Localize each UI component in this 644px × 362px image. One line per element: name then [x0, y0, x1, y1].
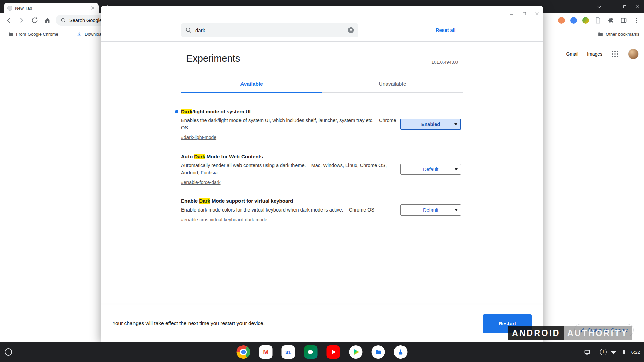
watermark-part1: ANDROID	[508, 326, 564, 340]
browser-tab-new-tab[interactable]: New Tab	[4, 3, 99, 13]
wifi-icon	[610, 349, 617, 355]
toolbar-extensions-area	[558, 17, 640, 24]
tab-available[interactable]: Available	[181, 76, 322, 92]
shelf-app-chrome-icon[interactable]	[237, 345, 250, 359]
tab-close-icon[interactable]	[90, 5, 95, 11]
shelf-app-experiments-flask-icon[interactable]	[394, 345, 408, 359]
browser-menu-kebab-icon[interactable]	[633, 17, 640, 24]
home-icon[interactable]	[44, 17, 51, 24]
shelf-app-play-store-icon[interactable]	[349, 345, 363, 359]
bookmark-label: From Google Chrome	[16, 32, 58, 37]
screen-capture-icon[interactable]	[584, 349, 590, 355]
gmail-link[interactable]: Gmail	[566, 51, 579, 57]
other-bookmarks[interactable]: Other bookmarks	[598, 30, 639, 38]
images-link[interactable]: Images	[587, 51, 602, 57]
folder-icon	[8, 31, 14, 37]
shelf-app-files-icon[interactable]	[372, 345, 385, 359]
clock: 6:22	[631, 350, 640, 355]
flag-title: Auto Dark Mode for Web Contents	[181, 154, 399, 159]
shelf: M 31 1 6:22	[0, 342, 644, 362]
flags-window: Reset all Experiments 101.0.4943.0 Avail…	[101, 6, 543, 342]
watermark: ANDROID AUTHORITY	[508, 326, 632, 340]
search-highlight: Dark	[181, 109, 192, 114]
flags-window-controls	[507, 9, 541, 18]
extension-doc-icon[interactable]	[594, 17, 602, 24]
flag-permalink[interactable]: #enable-cros-virtual-keyboard-dark-mode	[181, 217, 267, 222]
flag-modified-dot	[175, 110, 178, 113]
close-button[interactable]	[533, 9, 541, 18]
minimize-button[interactable]	[507, 9, 516, 18]
restart-notice: Your changes will take effect the next t…	[112, 320, 265, 326]
search-icon	[185, 27, 192, 34]
search-highlight: Dark	[194, 154, 205, 159]
tab-favicon-icon	[7, 6, 12, 11]
browser-close-button[interactable]	[633, 3, 641, 11]
extension-icon[interactable]	[558, 17, 565, 24]
restart-bar-divider	[101, 305, 543, 305]
screen: New Tab	[0, 0, 644, 362]
chevron-down-icon	[454, 123, 457, 125]
extension-icon[interactable]	[582, 17, 589, 24]
flag-value-select-dark-light-mode[interactable]: Enabled	[400, 119, 461, 130]
flag-value-select-force-dark[interactable]: Default	[400, 164, 461, 175]
flag-row-dark-light-mode: Dark/light mode of system UI Enables the…	[181, 109, 399, 140]
back-icon[interactable]	[5, 17, 13, 24]
chevron-down-icon	[455, 168, 458, 170]
shelf-apps: M 31	[237, 345, 408, 359]
shelf-app-calendar-icon[interactable]: 31	[282, 345, 295, 359]
flags-search-input[interactable]	[195, 27, 344, 33]
ntp-header-links: Gmail Images	[566, 49, 639, 59]
side-panel-icon[interactable]	[620, 17, 627, 24]
download-icon	[76, 31, 82, 37]
flag-description: Enables the dark/light mode of system UI…	[181, 117, 399, 131]
reset-all-button[interactable]: Reset all	[431, 25, 461, 35]
flag-description: Automatically render all web contents us…	[181, 162, 399, 176]
battery-icon	[621, 349, 627, 355]
flags-tabs: Available Unavailable	[181, 76, 463, 93]
window-controls-browser	[595, 3, 641, 11]
notification-count-badge[interactable]: 1	[600, 349, 607, 355]
search-icon	[60, 17, 66, 23]
page-title: Experiments	[186, 53, 240, 64]
header-divider	[101, 41, 543, 42]
tab-title: New Tab	[15, 6, 87, 11]
reload-icon[interactable]	[31, 17, 38, 24]
search-highlight: Dark	[199, 198, 210, 204]
browser-minimize-button[interactable]	[608, 3, 616, 11]
bookmark-folder-from-chrome[interactable]: From Google Chrome	[8, 30, 58, 38]
extension-icon[interactable]	[570, 17, 577, 24]
watermark-part2: AUTHORITY	[564, 326, 632, 340]
flag-title: Enable Dark Mode support for virtual key…	[181, 198, 399, 204]
maximize-button[interactable]	[520, 9, 529, 18]
shelf-app-meet-icon[interactable]	[304, 345, 318, 359]
google-apps-grid-icon[interactable]	[611, 50, 619, 58]
flag-row-force-dark: Auto Dark Mode for Web Contents Automati…	[181, 154, 399, 185]
shelf-app-youtube-icon[interactable]	[327, 345, 340, 359]
tab-search-chevron-icon[interactable]	[595, 3, 603, 11]
status-tray[interactable]: 1 6:22	[584, 348, 640, 356]
flag-value-select-vk-dark-mode[interactable]: Default	[400, 204, 461, 216]
profile-avatar[interactable]	[628, 49, 639, 59]
clear-search-icon[interactable]	[347, 27, 354, 34]
flags-search-box	[181, 23, 358, 37]
extensions-puzzle-icon[interactable]	[607, 17, 614, 24]
flag-row-vk-dark-mode: Enable Dark Mode support for virtual key…	[181, 198, 399, 223]
browser-maximize-button[interactable]	[621, 3, 629, 11]
shelf-app-gmail-icon[interactable]: M	[259, 345, 273, 359]
flag-title: Dark/light mode of system UI	[181, 109, 399, 114]
flag-permalink[interactable]: #enable-force-dark	[181, 180, 221, 185]
flag-permalink[interactable]: #dark-light-mode	[181, 135, 216, 140]
forward-icon[interactable]	[18, 17, 25, 24]
chevron-down-icon	[455, 209, 458, 211]
tab-unavailable[interactable]: Unavailable	[322, 76, 463, 92]
launcher-button[interactable]	[5, 348, 12, 356]
flag-description: Enable dark mode colors for the virtual …	[181, 206, 399, 214]
folder-icon	[598, 31, 603, 37]
version-label: 101.0.4943.0	[431, 60, 458, 65]
other-bookmarks-label: Other bookmarks	[606, 32, 639, 37]
